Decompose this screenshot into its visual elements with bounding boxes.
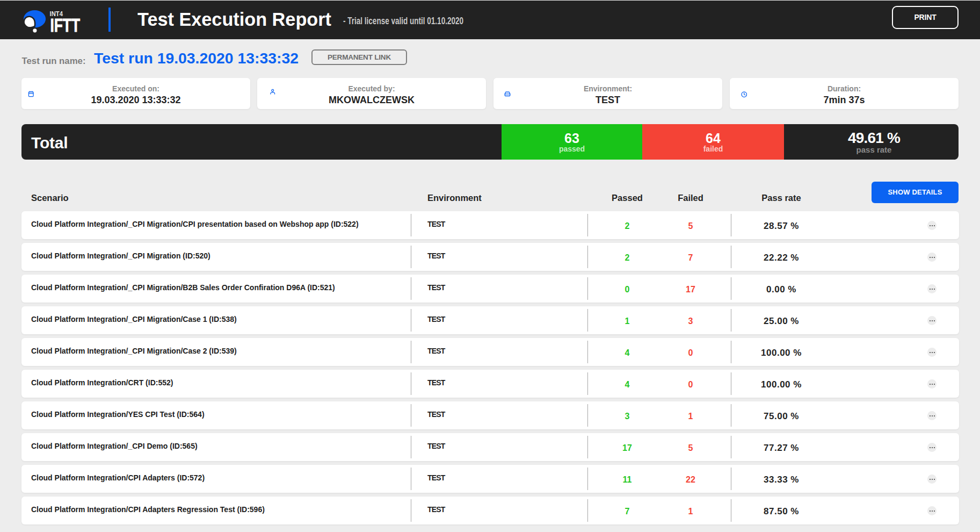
- svg-text:Test run name:: Test run name:: [22, 56, 86, 66]
- svg-text:Test run 19.03.2020 13:33:32: Test run 19.03.2020 13:33:32: [94, 50, 299, 67]
- svg-text:- Trial license valid until 01: - Trial license valid until 01.10.2020: [343, 16, 463, 26]
- svg-text:Test Execution Report: Test Execution Report: [137, 9, 331, 30]
- svg-text:IFTT: IFTT: [50, 15, 81, 34]
